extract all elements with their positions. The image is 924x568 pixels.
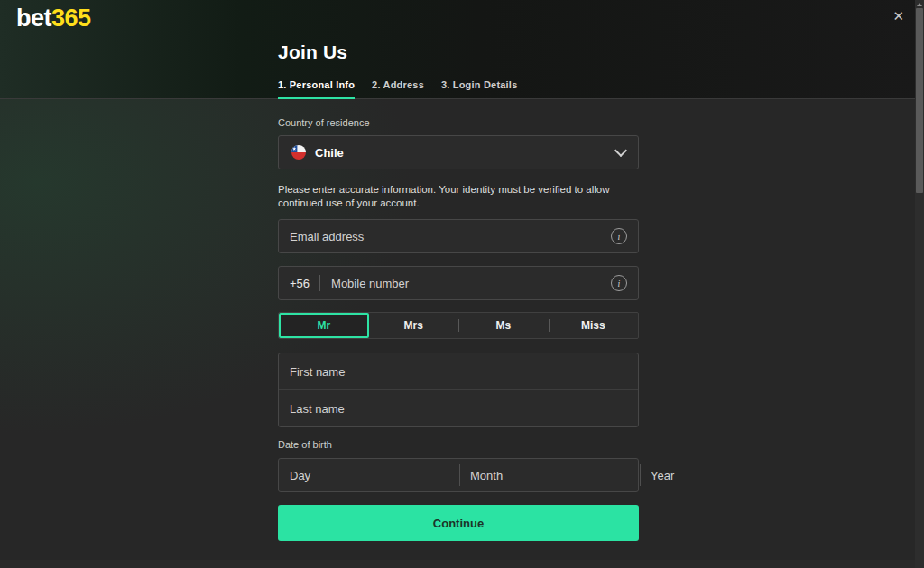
- last-name-input[interactable]: [290, 402, 627, 416]
- dob-year-cell: [640, 459, 820, 491]
- title-option-miss[interactable]: Miss: [549, 313, 639, 338]
- mobile-input[interactable]: [331, 277, 604, 290]
- country-select[interactable]: Chile: [278, 135, 639, 169]
- country-value: Chile: [315, 146, 344, 160]
- title-option-mrs[interactable]: Mrs: [369, 313, 459, 338]
- tab-login-details[interactable]: 3. Login Details: [441, 79, 518, 99]
- last-name-row: [279, 389, 638, 426]
- first-name-row: [279, 353, 638, 389]
- email-field: i: [278, 219, 639, 253]
- mobile-field: +56 i: [278, 266, 639, 300]
- chevron-down-icon: [614, 144, 627, 157]
- step-tabs: 1. Personal Info 2. Address 3. Login Det…: [278, 79, 639, 99]
- dob-year-input[interactable]: [651, 469, 809, 482]
- logo-text-365: 365: [51, 5, 91, 32]
- join-us-page: bet365 ✕ Join Us 1. Personal Info 2. Add…: [0, 0, 924, 568]
- close-icon[interactable]: ✕: [892, 9, 904, 23]
- bottom-edge: [0, 560, 915, 568]
- country-label: Country of residence: [278, 117, 639, 129]
- mobile-info-icon[interactable]: i: [611, 275, 627, 291]
- name-fields: [278, 353, 639, 427]
- dob-day-input[interactable]: [290, 469, 448, 482]
- dob-month-cell: [459, 459, 640, 491]
- dob-day-cell: [279, 459, 459, 491]
- dob-label: Date of birth: [278, 439, 639, 451]
- tab-personal-info[interactable]: 1. Personal Info: [278, 79, 355, 99]
- email-info-icon[interactable]: i: [611, 228, 627, 244]
- chile-flag-icon: [291, 145, 306, 160]
- dialing-code: +56: [290, 277, 310, 290]
- identity-notice: Please enter accurate information. Your …: [278, 183, 637, 210]
- email-input[interactable]: [290, 230, 604, 243]
- logo-text-bet: bet: [16, 5, 51, 32]
- page-title: Join Us: [278, 40, 639, 64]
- bet365-logo[interactable]: bet365: [16, 5, 91, 32]
- title-option-mr[interactable]: Mr: [279, 313, 369, 338]
- tab-address[interactable]: 2. Address: [372, 79, 424, 99]
- dob-fields: [278, 458, 639, 492]
- continue-button[interactable]: Continue: [278, 505, 639, 541]
- prefix-divider: [319, 275, 320, 291]
- dob-month-input[interactable]: [470, 469, 629, 482]
- scrollbar-thumb[interactable]: [916, 8, 923, 193]
- title-selector: Mr Mrs Ms Miss: [278, 312, 639, 339]
- registration-form: Join Us 1. Personal Info 2. Address 3. L…: [278, 40, 639, 541]
- first-name-input[interactable]: [290, 365, 627, 379]
- vertical-scrollbar[interactable]: [915, 0, 924, 568]
- scroll-up-icon[interactable]: [917, 3, 922, 6]
- title-option-ms[interactable]: Ms: [458, 313, 549, 338]
